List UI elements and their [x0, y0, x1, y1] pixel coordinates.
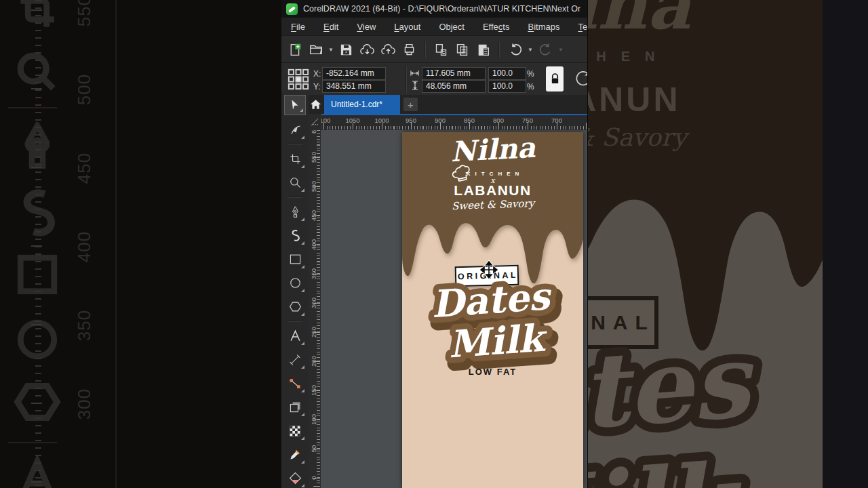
propbar-separator	[406, 66, 407, 93]
ruler-number: 250	[309, 323, 321, 341]
scale-height-field[interactable]: 100.0	[488, 80, 526, 93]
object-position-widget[interactable]	[287, 68, 310, 91]
scale-width-field[interactable]: 100.0	[488, 67, 526, 80]
save-button[interactable]	[337, 41, 355, 59]
redo-dropdown-caret[interactable]: ▼	[557, 41, 564, 59]
menu-item[interactable]: Te	[578, 22, 587, 32]
flyout-arrow	[301, 165, 304, 168]
ruler-origin-corner[interactable]	[309, 114, 321, 130]
tool-connector[interactable]	[283, 371, 307, 395]
screenshot-stage: 550500450400350300 Nilna KITCHEN LABANUN…	[0, 0, 868, 488]
copy-button[interactable]	[453, 41, 471, 59]
tool-polygon[interactable]	[283, 295, 307, 319]
menu-item[interactable]: Object	[439, 22, 465, 32]
tool-artistic-media[interactable]	[283, 224, 307, 247]
tool-crop[interactable]	[283, 147, 307, 171]
background-right-strip: Nilna KITCHEN LABANUN Sweet & Savory ORI…	[587, 0, 823, 488]
ruler-ticks-major	[31, 0, 42, 488]
duplicate-button[interactable]	[432, 41, 450, 59]
tool-pattern-fill[interactable]	[283, 419, 307, 443]
position-x-field[interactable]: -852.164 mm	[322, 67, 386, 80]
tool-transparency[interactable]	[283, 395, 307, 419]
tool-text[interactable]	[283, 324, 307, 348]
shape-icon	[289, 123, 302, 136]
lock-icon	[550, 73, 560, 85]
brand-script-text[interactable]: Nilna	[450, 131, 536, 168]
ruler-edge-line	[115, 0, 117, 488]
flyout-arrow	[301, 136, 304, 139]
position-y-field[interactable]: 348.551 mm	[322, 80, 386, 93]
tool-ellipse[interactable]	[283, 271, 307, 295]
tool-interactive-fill[interactable]	[283, 466, 307, 488]
product-line2-text: Milk	[447, 315, 549, 366]
lock-ratio-button[interactable]	[546, 66, 564, 92]
rotate-icon[interactable]	[574, 70, 588, 88]
product-subtitle-text[interactable]: LOW FAT	[469, 367, 517, 377]
menu-item[interactable]: File	[291, 22, 305, 32]
import-button[interactable]	[358, 41, 376, 59]
open-button[interactable]	[307, 41, 325, 59]
design-page[interactable]: Nilna KITCHEN x LABANUN Sweet & Savory O…	[402, 132, 583, 488]
tool-shape[interactable]	[283, 118, 307, 142]
ruler-origin-icon	[311, 118, 319, 126]
ruler-number: 700	[551, 117, 562, 124]
redo-button[interactable]	[536, 41, 555, 59]
rectangle-icon	[289, 253, 302, 266]
tool-dimension[interactable]	[283, 348, 307, 371]
artistic-media-icon	[290, 229, 301, 242]
tool-pick[interactable]	[284, 95, 306, 115]
brand-two-text[interactable]: LABANUN	[454, 182, 531, 199]
product-name-art[interactable]: Dates Milk Dates Milk Dates Milk	[411, 270, 574, 383]
dimension-icon	[289, 354, 301, 366]
background-vertical-ruler: 550500450400350300	[68, 0, 117, 488]
background-brand-word: KITCHEN	[587, 49, 669, 64]
ruler-number: 350	[69, 310, 99, 340]
tool-rectangle[interactable]	[283, 247, 307, 271]
paste-button[interactable]	[474, 41, 492, 59]
menu-item[interactable]: Edit	[323, 22, 338, 32]
transparency-icon	[289, 401, 302, 413]
ruler-number: 300	[69, 389, 99, 419]
polygon-icon	[289, 300, 302, 313]
move-cursor-icon	[479, 260, 499, 280]
object-width-field[interactable]: 117.605 mm	[422, 67, 486, 80]
flyout-arrow	[301, 460, 304, 464]
print-button[interactable]	[400, 41, 418, 59]
toolbox-divider	[288, 144, 302, 145]
ruler-number: 850	[464, 117, 475, 124]
menu-item[interactable]: Effects	[483, 22, 510, 32]
tool-color-eyedropper[interactable]	[283, 443, 307, 466]
vertical-ruler[interactable]: 600550500450400350300250200150100500	[309, 130, 321, 488]
zoom-icon	[289, 176, 302, 189]
drawing-canvas[interactable]: Nilna KITCHEN x LABANUN Sweet & Savory O…	[321, 130, 587, 488]
home-tab-button[interactable]	[307, 96, 324, 113]
horizontal-ruler[interactable]: 110010501000950900850800750700	[309, 114, 587, 130]
property-bar: X: -852.164 mm Y: 348.551 mm 117.605 mm …	[281, 62, 587, 96]
background-badge-label: ORIGINAL	[587, 311, 655, 334]
ruler-number: 400	[69, 232, 99, 262]
text-tool-icon	[289, 329, 302, 342]
flyout-arrow	[300, 108, 303, 112]
background-brand-two: LABANUN	[587, 80, 681, 119]
menu-item[interactable]: Layout	[394, 22, 420, 32]
menu-item[interactable]: Bitmaps	[528, 22, 559, 32]
tool-zoom[interactable]	[283, 171, 307, 195]
object-height-icon	[412, 81, 418, 90]
window-title: CorelDRAW 2021 (64-Bit) - D:\FIQUR\Order…	[303, 4, 580, 14]
ruler-number: 750	[522, 117, 533, 124]
flyout-arrow	[301, 218, 304, 221]
open-dropdown-caret[interactable]: ▼	[328, 41, 334, 59]
undo-button[interactable]	[506, 41, 524, 59]
new-tab-button[interactable]: +	[403, 98, 418, 111]
tool-pen[interactable]	[283, 200, 307, 224]
undo-dropdown-caret[interactable]: ▼	[527, 41, 534, 59]
ruler-number: 300	[309, 294, 321, 312]
export-button[interactable]	[379, 41, 397, 59]
object-height-field[interactable]: 48.056 mm	[422, 80, 486, 93]
menu-item[interactable]: View	[357, 22, 376, 32]
background-tagline: Sweet & Savory	[587, 123, 687, 151]
home-icon	[310, 99, 321, 110]
new-document-button[interactable]	[285, 41, 304, 59]
document-tab[interactable]: Untitled-1.cdr*	[324, 95, 400, 114]
pen-icon	[290, 205, 301, 218]
